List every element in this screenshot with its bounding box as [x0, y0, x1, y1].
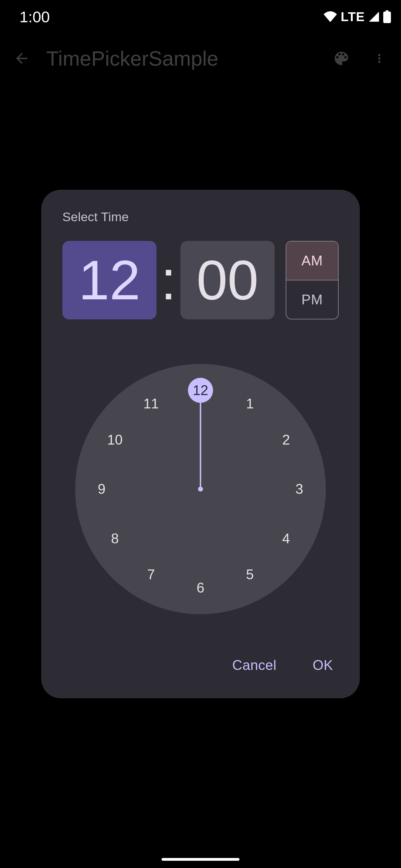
- clock-number-4[interactable]: 4: [274, 526, 298, 551]
- page-title: TimePickerSample: [46, 47, 317, 70]
- palette-icon[interactable]: [328, 45, 355, 72]
- more-icon[interactable]: [366, 45, 393, 72]
- cancel-button[interactable]: Cancel: [227, 652, 282, 679]
- clock-number-6[interactable]: 6: [188, 575, 213, 600]
- battery-icon: [383, 10, 391, 23]
- clock-hand: [200, 390, 201, 489]
- status-clock: 1:00: [20, 8, 50, 26]
- time-display-row: 12 : 00 AM PM: [62, 241, 339, 319]
- status-right-cluster: LTE: [323, 9, 391, 24]
- pm-option[interactable]: PM: [286, 280, 338, 319]
- dialog-title: Select Time: [62, 210, 339, 224]
- clock-number-2[interactable]: 2: [274, 427, 298, 452]
- clock-number-7[interactable]: 7: [139, 562, 164, 587]
- status-bar: 1:00 LTE: [0, 0, 401, 33]
- background-app-layer: TimePickerSample: [0, 33, 401, 84]
- dialog-actions: Cancel OK: [227, 652, 339, 679]
- minute-field[interactable]: 00: [180, 241, 275, 319]
- signal-icon: [368, 11, 380, 22]
- clock-number-8[interactable]: 8: [103, 526, 127, 551]
- network-type: LTE: [341, 9, 365, 24]
- clock-number-1[interactable]: 1: [237, 391, 263, 416]
- am-option[interactable]: AM: [286, 242, 338, 280]
- clock-number-12[interactable]: 12: [188, 378, 213, 403]
- clock-number-3[interactable]: 3: [287, 476, 312, 502]
- time-colon: :: [156, 241, 180, 319]
- app-bar: TimePickerSample: [0, 33, 401, 84]
- wifi-icon: [323, 11, 338, 22]
- clock-number-11[interactable]: 11: [139, 391, 164, 416]
- hour-field[interactable]: 12: [62, 241, 156, 319]
- clock-number-9[interactable]: 9: [89, 476, 114, 502]
- clock-number-10[interactable]: 10: [103, 427, 127, 452]
- ok-button[interactable]: OK: [307, 652, 339, 679]
- clock-number-5[interactable]: 5: [237, 562, 263, 587]
- back-arrow-icon[interactable]: [8, 45, 35, 72]
- analog-clock[interactable]: 121234567891011: [75, 364, 326, 614]
- time-picker-dialog: Select Time 12 : 00 AM PM 12123456789101…: [41, 190, 360, 698]
- clock-center-dot: [198, 487, 203, 492]
- home-indicator: [162, 858, 239, 861]
- am-pm-toggle: AM PM: [286, 241, 339, 319]
